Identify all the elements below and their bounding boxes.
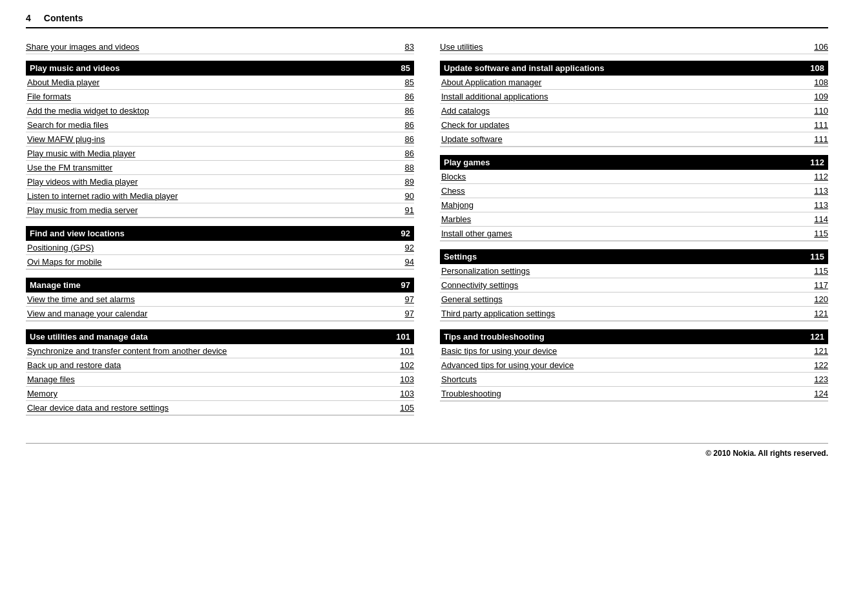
section-entries-play-music-videos: About Media player85File formats86Add th…	[26, 76, 414, 218]
table-row: Third party application settings121	[440, 307, 828, 321]
entry-label: Memory	[27, 389, 57, 398]
entry-label: Troubleshooting	[441, 389, 501, 398]
entry-page: 91	[395, 205, 414, 215]
table-row: Marbles114	[440, 212, 828, 227]
entry-label: Mahjong	[441, 200, 474, 210]
table-row: Check for updates111	[440, 118, 828, 132]
entry-label: Positioning (GPS)	[27, 243, 94, 252]
section-play-music-videos: Play music and videos85About Media playe…	[26, 61, 414, 218]
section-tips-troubleshooting: Tips and troubleshooting121Basic tips fo…	[440, 329, 828, 402]
table-row: Listen to internet radio with Media play…	[26, 189, 414, 203]
section-header-use-utilities: Use utilities and manage data101	[26, 329, 414, 344]
section-header-play-music-videos: Play music and videos85	[26, 61, 414, 76]
entry-page: 122	[809, 360, 828, 370]
entry-page: 121	[809, 309, 828, 318]
entry-label: View and manage your calendar	[27, 309, 147, 318]
section-header-label: Use utilities and manage data	[30, 332, 148, 342]
left-column: Share your images and videos 83 Play mus…	[26, 40, 433, 424]
entry-label: Listen to internet radio with Media play…	[27, 191, 178, 201]
table-row: About Application manager108	[440, 76, 828, 90]
section-find-view-locations: Find and view locations92Positioning (GP…	[26, 226, 414, 270]
table-row: About Media player85	[26, 76, 414, 90]
entry-page: 103	[395, 389, 414, 398]
section-entries-tips-troubleshooting: Basic tips for using your device121Advan…	[440, 344, 828, 402]
section-settings: Settings115Personalization settings115Co…	[440, 249, 828, 322]
entry-label: Manage files	[27, 375, 75, 384]
entry-page: 110	[809, 106, 828, 116]
table-row: File formats86	[26, 90, 414, 104]
table-row: View and manage your calendar97	[26, 307, 414, 321]
section-header-manage-time: Manage time97	[26, 278, 414, 293]
entry-page: 89	[395, 177, 414, 187]
section-play-games: Play games112Blocks112Chess113Mahjong113…	[440, 155, 828, 241]
entry-page: 92	[395, 243, 414, 252]
entry-label: General settings	[441, 294, 503, 304]
table-row: Add the media widget to desktop86	[26, 104, 414, 118]
table-row: General settings120	[440, 293, 828, 307]
entry-label: View the time and set alarms	[27, 294, 135, 304]
section-header-play-games: Play games112	[440, 155, 828, 170]
footer-text: © 2010 Nokia. All rights reserved.	[26, 449, 828, 458]
entry-label: View MAFW plug-ins	[27, 134, 105, 144]
entry-page: 102	[395, 360, 414, 370]
top-entry-right: Use utilities 106	[440, 40, 828, 54]
table-row: Troubleshooting124	[440, 387, 828, 401]
entry-page: 121	[809, 346, 828, 356]
entry-label: Install other games	[441, 229, 512, 238]
table-row: Update software111	[440, 132, 828, 147]
entry-label: Check for updates	[441, 120, 510, 130]
entry-page: 114	[809, 214, 828, 224]
entry-label: Shortcuts	[441, 375, 477, 384]
section-entries-manage-time: View the time and set alarms97View and m…	[26, 293, 414, 322]
entry-page: 109	[809, 92, 828, 101]
entry-page: 86	[395, 120, 414, 130]
table-row: Clear device data and restore settings10…	[26, 401, 414, 415]
entry-label: Advanced tips for using your device	[441, 360, 574, 370]
entry-page: 86	[395, 134, 414, 144]
entry-page: 111	[809, 120, 828, 130]
entry-label: About Media player	[27, 77, 99, 87]
section-header-page: 101	[396, 332, 410, 342]
right-column: Use utilities 106 Update software and in…	[433, 40, 828, 424]
table-row: Back up and restore data102	[26, 358, 414, 373]
table-row: Play music with Media player86	[26, 147, 414, 161]
section-header-label: Manage time	[30, 280, 81, 290]
page-header: 4 Contents	[26, 13, 828, 28]
top-entry-left: Share your images and videos 83	[26, 40, 414, 54]
table-row: Install additional applications109	[440, 90, 828, 104]
section-use-utilities: Use utilities and manage data101Synchron…	[26, 329, 414, 416]
section-header-label: Play music and videos	[30, 63, 120, 73]
entry-label: Blocks	[441, 172, 466, 181]
entry-page: 124	[809, 389, 828, 398]
entry-label: Use the FM transmitter	[27, 163, 112, 172]
section-header-page: 121	[810, 332, 824, 342]
table-row: Memory103	[26, 387, 414, 401]
section-header-page: 115	[810, 252, 824, 262]
section-entries-settings: Personalization settings115Connectivity …	[440, 264, 828, 322]
table-row: Play music from media server91	[26, 203, 414, 218]
entry-page: 123	[809, 375, 828, 384]
entry-page: 94	[395, 257, 414, 267]
page-number: 4	[26, 13, 31, 23]
entry-label: Synchronize and transfer content from an…	[27, 346, 227, 356]
table-row: Ovi Maps for mobile94	[26, 255, 414, 269]
section-header-label: Find and view locations	[30, 229, 125, 238]
entry-label: Basic tips for using your device	[441, 346, 557, 356]
section-header-label: Tips and troubleshooting	[444, 332, 545, 342]
section-header-page: 85	[401, 63, 410, 73]
entry-page: 115	[809, 229, 828, 238]
table-row: Install other games115	[440, 227, 828, 241]
entry-page: 97	[395, 294, 414, 304]
section-entries-use-utilities: Synchronize and transfer content from an…	[26, 344, 414, 416]
entry-label: Clear device data and restore settings	[27, 403, 169, 413]
page-title: Contents	[44, 13, 83, 23]
table-row: Play videos with Media player89	[26, 175, 414, 189]
table-row: Mahjong113	[440, 198, 828, 212]
table-row: Positioning (GPS)92	[26, 241, 414, 255]
entry-page: 86	[395, 149, 414, 158]
table-row: Manage files103	[26, 373, 414, 387]
table-row: Add catalogs110	[440, 104, 828, 118]
entry-page: 113	[809, 200, 828, 210]
section-entries-find-view-locations: Positioning (GPS)92Ovi Maps for mobile94	[26, 241, 414, 270]
entry-label: Play videos with Media player	[27, 177, 138, 187]
